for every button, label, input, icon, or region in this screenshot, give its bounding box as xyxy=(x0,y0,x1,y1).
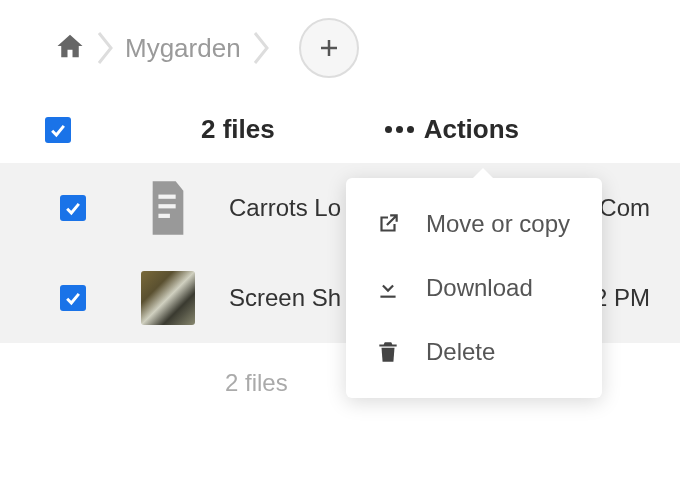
menu-item-download[interactable]: Download xyxy=(346,256,602,320)
svg-rect-2 xyxy=(158,195,175,199)
row-checkbox[interactable] xyxy=(60,195,86,221)
actions-label: Actions xyxy=(424,114,519,145)
breadcrumb-folder[interactable]: Mygarden xyxy=(125,33,241,64)
row-checkbox[interactable] xyxy=(60,285,86,311)
menu-item-label: Move or copy xyxy=(426,210,570,238)
actions-menu: Move or copy Download Delete xyxy=(346,178,602,398)
download-icon xyxy=(374,274,402,302)
svg-rect-3 xyxy=(158,204,175,208)
document-icon xyxy=(141,181,195,235)
list-header: 2 files Actions xyxy=(0,96,680,163)
actions-button[interactable]: Actions xyxy=(385,114,519,145)
chevron-right-icon xyxy=(241,26,281,70)
image-thumbnail-icon xyxy=(141,271,195,325)
external-link-icon xyxy=(374,210,402,238)
add-button[interactable] xyxy=(299,18,359,78)
select-all-checkbox[interactable] xyxy=(45,117,71,143)
file-name: Screen Sh xyxy=(229,284,341,312)
menu-item-move[interactable]: Move or copy xyxy=(346,192,602,256)
file-count-label: 2 files xyxy=(201,114,275,145)
file-name: Carrots Lo xyxy=(229,194,341,222)
svg-rect-5 xyxy=(380,296,395,298)
chevron-right-icon xyxy=(85,26,125,70)
trash-icon xyxy=(374,338,402,366)
dots-icon xyxy=(385,126,414,133)
menu-item-delete[interactable]: Delete xyxy=(346,320,602,384)
home-icon[interactable] xyxy=(55,31,85,65)
svg-rect-4 xyxy=(158,214,170,218)
menu-item-label: Delete xyxy=(426,338,495,366)
menu-item-label: Download xyxy=(426,274,533,302)
breadcrumb: Mygarden xyxy=(0,0,680,96)
